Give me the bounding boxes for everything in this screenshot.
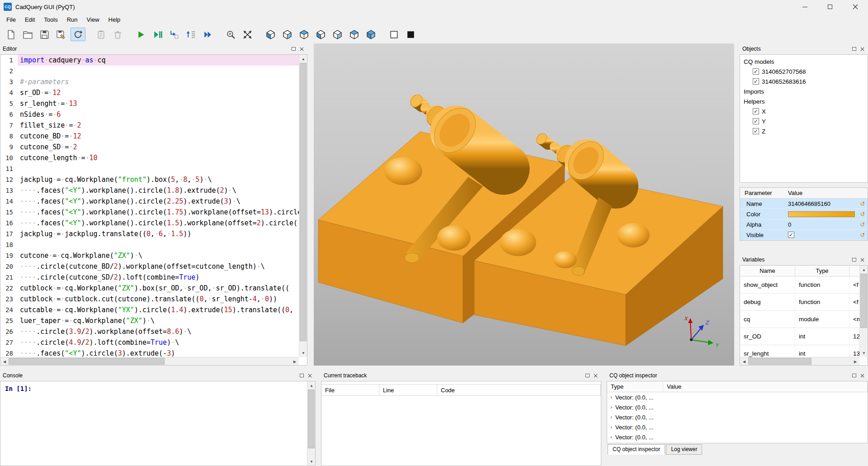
toolbar-view-back-button[interactable] [280, 28, 295, 41]
console-input-area[interactable]: In [1]: ▲ ▼ [0, 381, 316, 466]
editor-line[interactable]: 11 [0, 163, 299, 174]
toolbar-delete-object-button[interactable] [110, 28, 125, 41]
objects-tree-item[interactable]: ✓3140652683616 [740, 76, 868, 86]
variable-row[interactable]: debugfunction<f [740, 294, 868, 311]
scroll-left-arrow[interactable]: ◀ [740, 357, 748, 366]
editor-float-button[interactable] [289, 45, 297, 52]
scrollbar-thumb[interactable] [308, 390, 315, 448]
toolbar-new-file-button[interactable] [4, 28, 19, 41]
toolbar-step-button[interactable] [167, 28, 182, 41]
tab-cq-object-inspector[interactable]: CQ object inspector [608, 444, 665, 455]
scroll-left-arrow[interactable]: ◀ [0, 357, 9, 366]
editor-line[interactable]: 28····.faces("<Y").circle(3).extrude(-3) [0, 348, 299, 357]
menu-tools[interactable]: Tools [39, 14, 62, 25]
editor-line[interactable]: 27····.circle(4.9/2).loft(combine=True)·… [0, 337, 299, 348]
editor-close-button[interactable] [297, 45, 306, 52]
editor-line[interactable]: 12jackplug·=·cq.Workplane("front").box(5… [0, 174, 299, 185]
minimize-button[interactable] [792, 0, 817, 14]
toolbar-render-button[interactable] [133, 28, 148, 41]
property-row-alpha[interactable]: Alpha0↺ [740, 219, 868, 230]
expand-arrow-icon[interactable]: › [607, 434, 615, 440]
inspector-close-button[interactable] [858, 372, 866, 379]
editor-line[interactable]: 24cutcable·=·cq.Workplane("YX").circle(1… [0, 304, 299, 315]
scroll-right-arrow[interactable]: ▶ [851, 357, 859, 366]
viewport-3d[interactable]: X Z Y [314, 43, 734, 366]
editor-line[interactable]: 14····.faces("<Y").workplane().circle(2.… [0, 196, 299, 207]
objects-close-button[interactable] [858, 45, 866, 52]
scrollbar-thumb[interactable] [300, 63, 307, 341]
property-row-name[interactable]: Name3140646685160↺ [740, 199, 868, 209]
viewport-canvas[interactable]: X Z Y [314, 43, 734, 366]
toolbar-view-front-button[interactable] [263, 28, 278, 41]
toolbar-view-iso-button[interactable] [363, 28, 378, 41]
variables-close-button[interactable] [858, 256, 866, 263]
toolbar-open-file-button[interactable] [20, 28, 35, 41]
tab-log-viewer[interactable]: Log viewer [666, 444, 702, 455]
editor-line[interactable]: 18 [0, 239, 299, 250]
variables-float-button[interactable] [850, 256, 858, 263]
scroll-down-arrow[interactable]: ▼ [299, 349, 307, 357]
objects-tree-item[interactable]: Helpers [740, 96, 868, 106]
toolbar-autoreload-button[interactable] [71, 28, 85, 41]
item-checkbox[interactable]: ✓ [753, 78, 759, 85]
expand-arrow-icon[interactable]: › [607, 424, 615, 430]
toolbar-save-as-button[interactable] [54, 28, 69, 41]
expand-arrow-icon[interactable]: › [607, 404, 615, 410]
revert-button[interactable]: ↺ [858, 211, 868, 218]
traceback-col-code[interactable]: Code [437, 385, 601, 395]
menu-edit[interactable]: Edit [20, 14, 39, 25]
scroll-up-arrow[interactable]: ▲ [860, 266, 868, 274]
inspector-row[interactable]: ›Vector: (0.0, ... [607, 412, 868, 422]
inspector-row[interactable]: ›Vector: (0.0, ... [607, 432, 868, 442]
console-close-button[interactable] [306, 372, 314, 379]
editor-line[interactable]: 13····.faces("<Y").workplane().circle(1.… [0, 185, 299, 196]
variable-row[interactable]: cqmodule<m [740, 311, 868, 328]
toolbar-save-button[interactable] [37, 28, 52, 41]
editor-line[interactable]: 10cutcone_length·=·10 [0, 152, 299, 163]
toolbar-toggle-shaded-button[interactable] [403, 28, 418, 41]
editor-line[interactable]: 5sr_lenght·=·13 [0, 98, 299, 109]
toolbar-view-bottom-button[interactable] [313, 28, 328, 41]
editor-line[interactable]: 9cutcone_SD·=·2 [0, 142, 299, 152]
expand-arrow-icon[interactable]: › [607, 394, 615, 400]
property-value[interactable] [785, 211, 858, 217]
scroll-down-arrow[interactable]: ▼ [860, 349, 868, 357]
editor-line[interactable]: 22cutblock·=·cq.Workplane("ZX").box(sr_O… [0, 283, 299, 294]
item-checkbox[interactable]: ✓ [753, 118, 759, 124]
toolbar-zoom-fit-button[interactable] [223, 28, 238, 41]
menu-help[interactable]: Help [104, 14, 125, 25]
toolbar-view-right-button[interactable] [347, 28, 362, 41]
property-value[interactable]: ✓ [785, 232, 858, 238]
toolbar-fit-all-button[interactable] [240, 28, 255, 41]
inspector-row[interactable]: ›Vector: (0.0, ... [607, 402, 868, 412]
objects-tree-item[interactable]: ✓Y [740, 116, 868, 126]
editor-line[interactable]: 7fillet_size·=·2 [0, 120, 299, 131]
editor-line[interactable]: 2 [0, 66, 299, 76]
variables-horizontal-scrollbar[interactable]: ◀ ▶ [740, 357, 859, 365]
console-float-button[interactable] [297, 372, 306, 379]
editor-line[interactable]: 6nSides·=·6 [0, 109, 299, 120]
objects-float-button[interactable] [850, 45, 858, 52]
traceback-col-file[interactable]: File [321, 385, 379, 395]
property-row-visible[interactable]: Visible✓↺ [740, 230, 868, 240]
expand-arrow-icon[interactable]: › [607, 414, 615, 420]
inspector-col-type[interactable]: Type [607, 381, 663, 392]
color-swatch[interactable] [788, 211, 855, 217]
traceback-close-button[interactable] [591, 372, 599, 379]
editor-line[interactable]: 4sr_OD·=·12 [0, 87, 299, 98]
objects-tree-item[interactable]: ✓Z [740, 126, 868, 136]
scroll-up-arrow[interactable]: ▲ [299, 55, 307, 63]
item-checkbox[interactable]: ✓ [753, 128, 759, 134]
variables-vertical-scrollbar[interactable]: ▲ ▼ [859, 266, 868, 357]
close-button[interactable] [843, 0, 868, 14]
menu-view[interactable]: View [82, 14, 104, 25]
editor-line[interactable]: 26····.circle(3.9/2).workplane(offset=8.… [0, 326, 299, 337]
revert-button[interactable]: ↺ [858, 232, 868, 238]
toolbar-step-next-button[interactable] [184, 28, 198, 41]
code-editor[interactable]: 1import·cadquery·as·cq23#·parameters4sr_… [0, 55, 299, 357]
toolbar-view-left-button[interactable] [330, 28, 345, 41]
objects-tree-item[interactable]: ✓3140652707568 [740, 67, 868, 76]
variable-row[interactable]: show_objectfunction<f [740, 276, 868, 294]
editor-line[interactable]: 25luer_taper·=·cq.Workplane("ZX")·\ [0, 315, 299, 326]
editor-line[interactable]: 17jackplug·=·jackplug.translate((0,·6,·1… [0, 228, 299, 239]
